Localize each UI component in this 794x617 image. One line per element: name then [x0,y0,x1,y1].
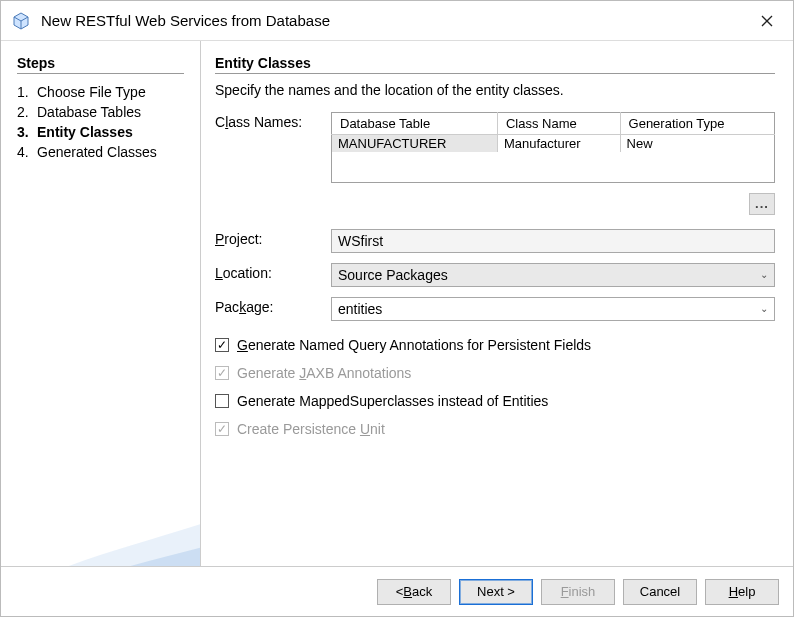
checkbox-icon [215,422,229,436]
location-select[interactable]: Source Packages ⌄ [331,263,775,287]
wizard-footer: < Back Next > Finish Cancel Help [1,566,793,616]
close-icon[interactable] [749,7,785,35]
steps-sidebar: Steps 1. Choose File Type 2. Database Ta… [1,41,201,566]
chk-named-query[interactable]: Generate Named Query Annotations for Per… [215,337,775,353]
step-item-2: 2. Database Tables [17,102,184,122]
class-names-row: Class Names: Database Table Class Name G… [215,112,775,183]
package-value: entities [338,301,382,317]
location-value: Source Packages [338,267,448,283]
table-empty-row [332,152,775,182]
package-row: Package: entities ⌄ [215,297,775,321]
step-item-3: 3. Entity Classes [17,122,184,142]
chk-persistence-unit: Create Persistence Unit [215,421,775,437]
cell-database-table[interactable]: MANUFACTURER [332,135,498,153]
main-panel: Entity Classes Specify the names and the… [201,41,793,566]
wizard-cube-icon [11,11,31,31]
chk-persistence-unit-label: Create Persistence Unit [237,421,385,437]
project-field [331,229,775,253]
th-generation-type[interactable]: Generation Type [620,113,774,135]
cancel-button[interactable]: Cancel [623,579,697,605]
chk-mappedsuper[interactable]: Generate MappedSuperclasses instead of E… [215,393,775,409]
chk-jaxb-label: Generate JAXB Annotations [237,365,411,381]
next-button[interactable]: Next > [459,579,533,605]
back-button[interactable]: < Back [377,579,451,605]
checkbox-icon[interactable] [215,338,229,352]
table-header-row: Database Table Class Name Generation Typ… [332,113,775,135]
window-title: New RESTful Web Services from Database [41,12,749,29]
project-row: Project: [215,229,775,253]
chk-named-query-label: Generate Named Query Annotations for Per… [237,337,591,353]
help-button[interactable]: Help [705,579,779,605]
chk-jaxb: Generate JAXB Annotations [215,365,775,381]
finish-button: Finish [541,579,615,605]
browse-button[interactable]: ... [749,193,775,215]
table-row[interactable]: MANUFACTURER Manufacturer New [332,135,775,153]
cell-generation-type[interactable]: New [620,135,774,153]
checkbox-icon [215,366,229,380]
decorative-swoosh-icon [1,316,201,566]
instruction-text: Specify the names and the location of th… [215,82,775,98]
step-item-4: 4. Generated Classes [17,142,184,162]
project-label: Project: [215,229,331,247]
class-names-label: Class Names: [215,112,331,130]
titlebar: New RESTful Web Services from Database [1,1,793,41]
package-label: Package: [215,297,331,315]
checkbox-icon[interactable] [215,394,229,408]
step-item-1: 1. Choose File Type [17,82,184,102]
chevron-down-icon: ⌄ [760,268,768,279]
page-title: Entity Classes [215,55,775,74]
chk-mappedsuper-label: Generate MappedSuperclasses instead of E… [237,393,548,409]
class-names-table[interactable]: Database Table Class Name Generation Typ… [331,112,775,183]
chevron-down-icon: ⌄ [760,302,768,313]
package-combobox[interactable]: entities ⌄ [331,297,775,321]
steps-heading: Steps [17,55,184,74]
cell-class-name[interactable]: Manufacturer [497,135,620,153]
th-database-table[interactable]: Database Table [332,113,498,135]
location-row: Location: Source Packages ⌄ [215,263,775,287]
location-label: Location: [215,263,331,281]
th-class-name[interactable]: Class Name [497,113,620,135]
